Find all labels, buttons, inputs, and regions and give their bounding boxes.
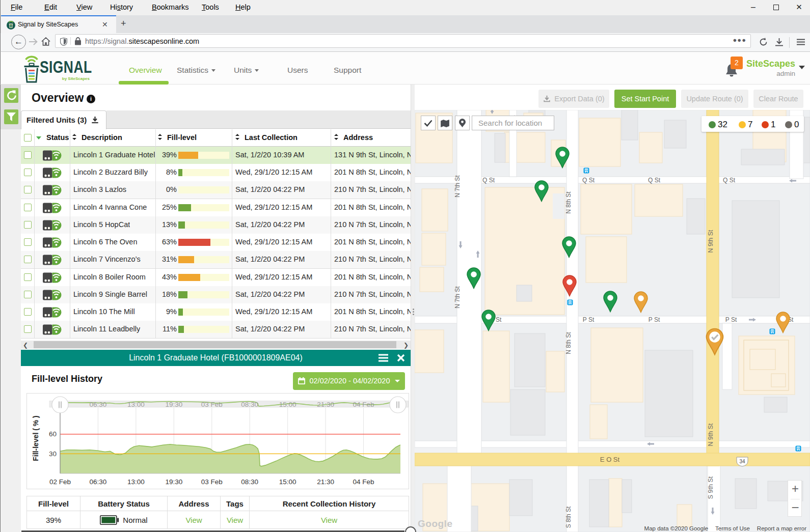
svg-text:03 Feb: 03 Feb (201, 478, 223, 486)
svg-text:Q St: Q St (582, 177, 595, 184)
svg-text:02 Feb: 02 Feb (49, 478, 71, 486)
svg-text:13:00: 13:00 (127, 401, 145, 408)
svg-text:Fill-level ( % ): Fill-level ( % ) (32, 415, 40, 461)
svg-text:N 7th St: N 7th St (454, 286, 461, 309)
svg-text:15:00: 15:00 (279, 478, 296, 486)
svg-text:P St: P St (583, 316, 595, 323)
svg-text:04 Feb: 04 Feb (353, 401, 374, 408)
svg-text:30: 30 (49, 450, 57, 458)
svg-text:15:00: 15:00 (279, 401, 296, 408)
svg-text:19:30: 19:30 (165, 401, 182, 408)
svg-text:04 Feb: 04 Feb (353, 478, 374, 486)
svg-text:N 9th St: N 9th St (707, 230, 714, 253)
svg-text:N 8th St: N 8th St (565, 332, 572, 354)
svg-text:60: 60 (49, 430, 57, 438)
svg-text:08:30: 08:30 (241, 478, 258, 486)
svg-text:S 9th St: S 9th St (707, 476, 714, 499)
svg-text:Q St: Q St (723, 177, 736, 184)
svg-text:N 8th St: N 8th St (565, 191, 572, 214)
svg-text:N 7th St: N 7th St (454, 175, 461, 198)
svg-text:21:30: 21:30 (317, 401, 334, 408)
svg-text:P St: P St (725, 316, 737, 323)
svg-text:E O St: E O St (600, 456, 620, 463)
svg-text:21:30: 21:30 (317, 478, 334, 486)
svg-text:N 9th St: N 9th St (707, 423, 714, 446)
svg-text:08:30: 08:30 (241, 401, 258, 408)
svg-text:19:30: 19:30 (165, 478, 182, 486)
svg-text:06:30: 06:30 (90, 478, 107, 486)
svg-text:13:00: 13:00 (127, 478, 145, 486)
svg-text:Q St: Q St (482, 177, 495, 184)
svg-text:34: 34 (739, 459, 745, 464)
svg-text:P St: P St (649, 316, 660, 323)
svg-text:03 Feb: 03 Feb (201, 401, 223, 408)
svg-text:06:30: 06:30 (90, 401, 107, 408)
svg-text:S 8th St: S 8th St (565, 506, 572, 528)
svg-text:Q St: Q St (648, 177, 661, 184)
